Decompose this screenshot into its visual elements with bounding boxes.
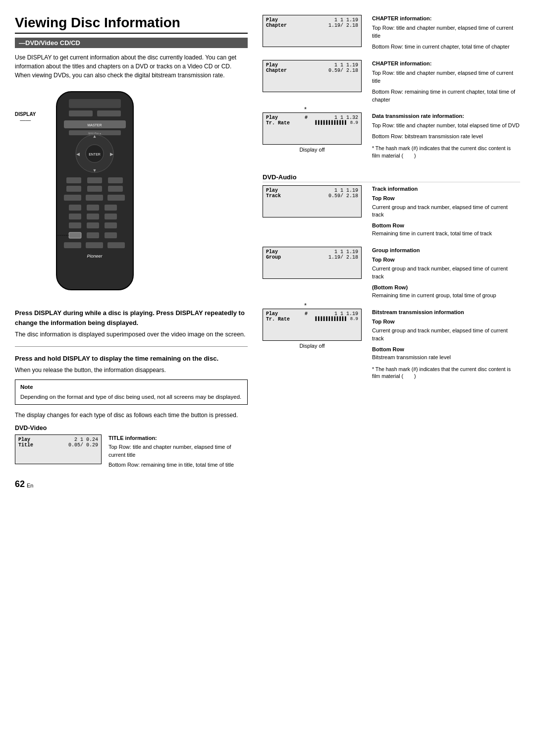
svg-rect-35 [105,232,117,238]
dvd-video-title-section: Play 2 1 0.24 Title 0.05/ 0.29 TITLE inf… [15,434,248,469]
note-text: Depending on the format and type of disc… [20,393,242,401]
tr-row1-label: Play [266,188,278,193]
bs-row1-hash: # [305,311,308,317]
note-title: Note [20,383,242,391]
dr-row2-val: ▌▌▌▌▌▌▌▌▌▌▌▌ 8.9 [316,120,358,126]
bs-row2-val: ▌▌▌▌▌▌▌▌▌▌▌▌ 8.9 [316,317,358,322]
dvd-audio-heading: DVD-Audio [263,173,520,182]
data-rate-text: Data transmission rate information: Top … [372,112,520,164]
dvd-video-heading: DVD-Video [15,425,248,432]
gr-bottom: Remaining time in current group, total t… [372,292,520,300]
bitstream-screen: Play # 1 1 1.19 Tr. Rate ▌▌▌▌▌▌▌▌▌▌▌▌ 8.… [263,309,362,341]
bs-row1-val: 1 1 1.19 [334,311,358,317]
ch1-top: Top Row: title and chapter number, elaps… [372,24,520,40]
tr-row2-label: Track [266,193,281,199]
svg-rect-3 [97,110,121,116]
svg-text:▼: ▼ [93,168,97,173]
chapter2-screen: Play 1 1 1.19 Chapter 0.59/ 2.18 [263,60,362,92]
svg-rect-1 [69,99,121,108]
svg-rect-16 [87,177,102,183]
gr-row2-val: 1.19/ 2.18 [328,255,358,260]
press-display-sub: The disc information is displayed superi… [15,330,248,339]
svg-rect-34 [87,232,99,238]
gr-title: Group information [372,247,520,255]
dr-row2-label: Tr. Rate [266,120,290,126]
ch2-top: Top Row: title and chapter number, elaps… [372,69,520,85]
svg-rect-31 [87,222,99,228]
tr-top: Current group and track number, elapsed … [372,204,520,219]
tr-bottom: Remaining time in current track, total t… [372,230,520,238]
display-label: DISPLAY [15,111,36,117]
screen1-row1-val: 2 1 0.24 [74,437,98,442]
bs-title: Bitstream transmission information [372,309,520,317]
dr-bottom: Bottom Row: bitstream transmission rate … [372,133,520,141]
tr-row2-val: 0.59/ 2.18 [328,193,358,199]
note-box: Note Depending on the format and type of… [15,379,248,405]
bitstream-info-text: Bitstream transmission information Top R… [372,309,520,385]
screen1-row1-label: Play [18,437,30,442]
gr-row1-val: 1 1 1.19 [334,249,358,255]
svg-rect-30 [69,222,81,228]
title-info-top: Top Row: title and chapter number, elaps… [108,443,248,459]
screen1-row2-label: Title [18,442,33,448]
ch2-bottom: Bottom Row: remaining time in current ch… [372,88,520,104]
tr-title: Track information [372,185,520,193]
tr-row1-val: 1 1 1.19 [334,188,358,193]
ch1-row2-val: 1.19/ 2.18 [328,23,358,28]
page-number: 62 [15,479,25,489]
page-title: Viewing Disc Information [15,15,248,34]
screen1-row2-val: 0.05/ 0.29 [68,442,98,448]
bs-row1-label: Play [266,311,278,317]
bitstream-info-row: * Play # 1 1 1.19 Tr. Rate ▌▌▌▌▌▌▌▌▌▌▌▌ … [263,309,520,385]
ch1-bottom: Bottom Row: time in current chapter, tot… [372,43,520,51]
ch2-row1-val: 1 1 1.19 [334,62,358,68]
bs-top-label: Top Row [372,319,395,324]
data-rate-screen: Play # 1 1 1.32 Tr. Rate ▌▌▌▌▌▌▌▌▌▌▌▌ 8.… [263,112,362,145]
dvd-video-title-info: TITLE information: Top Row: title and ch… [108,434,248,469]
chapter-info2-row: Play 1 1 1.19 Chapter 0.59/ 2.18 CHAPTER… [263,60,520,104]
svg-rect-32 [105,222,117,228]
press-hold-sub: When you release the button, the informa… [15,366,248,375]
divider1 [15,346,248,347]
bs-bottom: Bitstream transmission rate level [372,354,520,362]
track-info-text: Track information Top Row Current group … [372,185,520,238]
dr-title: Data transmission rate information: [372,112,520,120]
svg-text:ENTER: ENTER [89,153,101,156]
svg-text:▲: ▲ [93,134,97,139]
svg-rect-15 [66,177,81,183]
data-rate-row: * Play # 1 1 1.32 Tr. Rate ▌▌▌▌▌▌▌▌▌▌▌▌ … [263,112,520,164]
gr-top-label: Top Row [372,257,395,263]
dvd-video-screen1: Play 2 1 0.24 Title 0.05/ 0.29 [15,434,102,467]
svg-rect-20 [108,186,123,192]
hash-note2: * The hash mark (#) indicates that the c… [372,366,520,380]
svg-rect-21 [64,195,81,201]
asterisk1: * [304,106,307,113]
display-off-label1: Display off [263,147,362,153]
hash-note1: * The hash mark (#) indicates that the c… [372,145,520,159]
svg-rect-37 [86,242,103,248]
svg-rect-28 [87,214,99,219]
svg-rect-23 [107,195,125,201]
ch2-title: CHAPTER information: [372,60,520,68]
en-label: En [27,483,33,488]
gr-bottom-label: (Bottom Row) [372,284,408,290]
bs-bottom-label: Bottom Row [372,346,404,352]
svg-text:◀: ◀ [76,152,80,157]
display-arrow-icon: —— [20,117,31,123]
svg-text:Pioneer: Pioneer [87,254,103,259]
tr-top-label: Top Row [372,195,395,201]
svg-rect-26 [105,205,117,211]
svg-rect-18 [66,186,81,192]
dr-row1-hash: # [305,115,308,120]
title-info-bottom: Bottom Row: remaining time in title, tot… [108,461,248,469]
ch1-row2-label: Chapter [266,23,287,28]
chapter-info2-text: CHAPTER information: Top Row: title and … [372,60,520,104]
svg-rect-22 [86,195,103,201]
svg-rect-19 [87,186,102,192]
tr-bottom-label: Bottom Row [372,222,404,228]
dr-row1-val: 1 1 1.32 [334,115,358,120]
asterisk2: * [304,302,307,309]
remote-illustration: MASTER MAX-Pos ● ENTER ▲ ▼ ◀ ▶ [42,87,151,301]
svg-rect-24 [69,205,81,211]
ch2-row1-label: Play [266,62,278,68]
